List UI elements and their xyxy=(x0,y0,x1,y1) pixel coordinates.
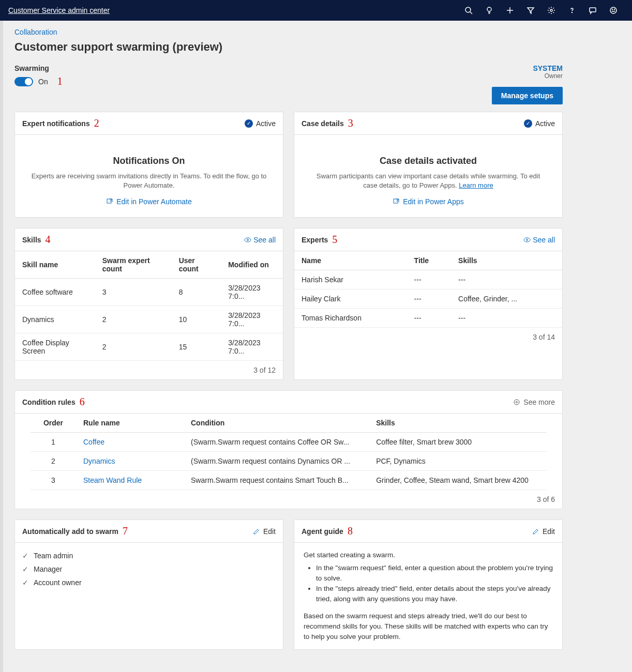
svg-rect-16 xyxy=(394,199,398,203)
edit-button[interactable]: Edit xyxy=(253,527,276,536)
add-icon[interactable] xyxy=(500,0,520,21)
svg-point-22 xyxy=(514,400,519,405)
swarming-label: Swarming xyxy=(14,64,63,72)
edit-button[interactable]: Edit xyxy=(532,527,555,536)
check-icon: ✓ xyxy=(22,578,28,587)
annotation-4: 4 xyxy=(46,234,51,246)
svg-point-11 xyxy=(610,7,616,13)
svg-point-13 xyxy=(614,9,615,10)
rule-link[interactable]: Coffee xyxy=(83,438,104,446)
manage-setups-button[interactable]: Manage setups xyxy=(492,87,563,104)
notif-desc: Experts are receiving swarm invitations … xyxy=(31,172,267,190)
table-row[interactable]: Harish Sekar------ xyxy=(294,270,562,289)
owner-info: SYSTEM Owner xyxy=(492,64,563,80)
guide-bullet: In the "swarm request" field, enter a qu… xyxy=(316,563,553,584)
table-row[interactable]: Coffee Display Screen2153/28/2023 7:0... xyxy=(15,333,283,361)
annotation-2: 2 xyxy=(94,117,99,129)
lightbulb-icon[interactable] xyxy=(479,0,500,21)
table-row[interactable]: Hailey Clark---Coffee, Grinder, ... xyxy=(294,289,562,309)
check-icon: ✓ xyxy=(22,565,28,573)
svg-point-21 xyxy=(526,239,528,240)
see-all-link[interactable]: See all xyxy=(244,236,276,244)
notif-heading: Notifications On xyxy=(31,156,267,166)
search-icon[interactable] xyxy=(458,0,479,21)
annotation-1: 1 xyxy=(57,75,63,87)
card-title: Agent guide xyxy=(302,527,343,536)
card-title: Automatically add to swarm xyxy=(22,527,118,536)
svg-line-1 xyxy=(470,12,472,14)
case-desc: Swarm participants can view important ca… xyxy=(310,172,547,190)
svg-point-18 xyxy=(245,238,251,242)
rules-pager: 3 of 6 xyxy=(15,490,562,509)
check-icon: ✓ xyxy=(245,119,253,128)
breadcrumb[interactable]: Collaboration xyxy=(14,28,563,36)
rule-link[interactable]: Dynamics xyxy=(83,457,115,465)
skills-card: Skills 4 See all Skill name Swarm expert… xyxy=(14,228,283,380)
edit-power-automate-link[interactable]: Edit in Power Automate xyxy=(106,197,192,206)
svg-marker-7 xyxy=(528,8,534,13)
table-row[interactable]: Tomas Richardson------ xyxy=(294,309,562,328)
list-item: ✓Account owner xyxy=(22,576,276,589)
top-bar: Customer Service admin center xyxy=(0,0,632,21)
annotation-6: 6 xyxy=(80,396,85,408)
experts-card: Experts 5 See all Name Title Skills Hari… xyxy=(294,228,563,380)
annotation-3: 3 xyxy=(348,117,353,129)
card-title: Expert notifications xyxy=(22,119,90,128)
skills-pager: 3 of 12 xyxy=(15,361,283,379)
svg-rect-10 xyxy=(590,8,596,12)
app-title[interactable]: Customer Service admin center xyxy=(8,6,110,14)
svg-point-19 xyxy=(247,239,249,240)
annotation-7: 7 xyxy=(123,525,128,537)
case-heading: Case details activated xyxy=(310,156,547,166)
svg-rect-14 xyxy=(107,199,111,203)
condition-rules-card: Condition rules 6 See more Order Rule na… xyxy=(14,390,563,509)
help-icon[interactable] xyxy=(562,0,582,21)
list-item: ✓Team admin xyxy=(22,549,276,562)
agent-guide-card: Agent guide 8 Edit Get started creating … xyxy=(294,520,563,650)
annotation-5: 5 xyxy=(332,234,337,246)
svg-point-20 xyxy=(524,238,530,242)
learn-more-link[interactable]: Learn more xyxy=(459,181,493,189)
card-title: Experts xyxy=(302,236,328,244)
table-row[interactable]: 1Coffee(Swarm.Swarm request contains Cof… xyxy=(31,433,547,452)
see-more-link[interactable]: See more xyxy=(513,398,555,406)
guide-bullet: In the "steps already tried" field, ente… xyxy=(316,584,553,605)
svg-point-9 xyxy=(572,12,573,13)
card-title: Skills xyxy=(22,236,41,244)
edit-power-apps-link[interactable]: Edit in Power Apps xyxy=(393,197,464,206)
rule-link[interactable]: Steam Wand Rule xyxy=(83,476,142,484)
settings-icon[interactable] xyxy=(541,0,562,21)
guide-intro: Get started creating a swarm. xyxy=(304,550,553,560)
status-label: Active xyxy=(535,119,555,128)
swarming-toggle[interactable] xyxy=(14,77,33,86)
guide-footer: Based on the swarm request and steps alr… xyxy=(304,611,553,643)
list-item: ✓Manager xyxy=(22,562,276,576)
chat-icon[interactable] xyxy=(582,0,603,21)
table-row[interactable]: Dynamics2103/28/2023 7:0... xyxy=(15,306,283,333)
case-details-card: Case details 3 ✓ Active Case details act… xyxy=(294,112,563,218)
filter-icon[interactable] xyxy=(520,0,541,21)
annotation-8: 8 xyxy=(348,525,353,537)
svg-point-0 xyxy=(465,7,471,12)
check-icon: ✓ xyxy=(22,552,28,560)
check-icon: ✓ xyxy=(524,119,532,128)
table-row[interactable]: 3Steam Wand RuleSwarm.Swarm request cont… xyxy=(31,471,547,490)
smile-icon[interactable] xyxy=(603,0,624,21)
svg-point-2 xyxy=(487,7,491,11)
svg-point-23 xyxy=(516,401,518,403)
experts-pager: 3 of 14 xyxy=(294,328,562,346)
swarming-state: On xyxy=(38,78,48,86)
svg-point-8 xyxy=(550,9,552,11)
see-all-link[interactable]: See all xyxy=(523,236,555,244)
page-title: Customer support swarming (preview) xyxy=(14,40,563,54)
card-title: Condition rules xyxy=(22,398,76,406)
card-title: Case details xyxy=(302,119,344,128)
auto-add-card: Automatically add to swarm 7 Edit ✓Team … xyxy=(14,520,283,650)
table-row[interactable]: 2Dynamics(Swarm.Swarm request contains D… xyxy=(31,452,547,471)
table-row[interactable]: Coffee software383/28/2023 7:0... xyxy=(15,279,283,306)
svg-point-12 xyxy=(612,9,613,10)
status-label: Active xyxy=(256,119,276,128)
expert-notifications-card: Expert notifications 2 ✓ Active Notifica… xyxy=(14,112,283,218)
